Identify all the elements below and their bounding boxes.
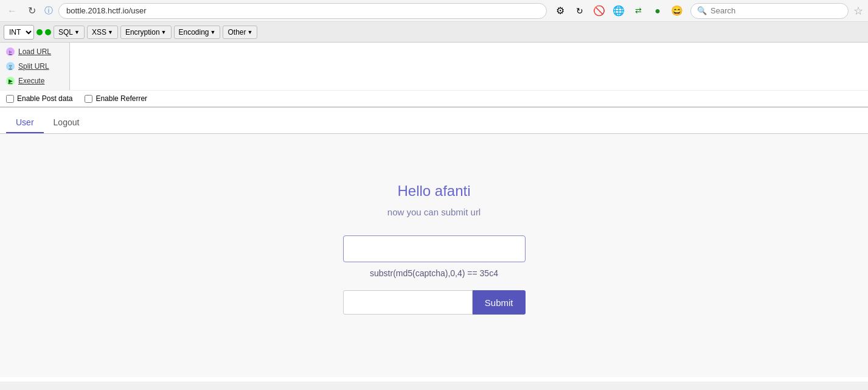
encryption-label: Encryption xyxy=(125,28,160,37)
page-content: User Logout Hello afanti now you can sub… xyxy=(0,108,868,381)
split-url-icon: ▿ xyxy=(6,62,15,71)
tab-logout[interactable]: Logout xyxy=(44,113,89,133)
tab-user[interactable]: User xyxy=(6,113,44,133)
info-icon: ⓘ xyxy=(44,6,54,16)
other-label: Other xyxy=(227,28,246,37)
hackbar-options: Enable Post data Enable Referrer xyxy=(0,90,868,106)
gear-icon[interactable]: ⚙ xyxy=(552,2,569,19)
execute-icon: ▶ xyxy=(6,77,15,85)
url-bar[interactable] xyxy=(58,3,547,19)
transfer-icon[interactable]: ⇄ xyxy=(630,2,647,19)
encoding-menu-button[interactable]: Encoding▼ xyxy=(174,26,221,39)
enable-post-checkbox[interactable] xyxy=(6,95,14,103)
search-icon: 🔍 xyxy=(697,6,707,15)
hackbar-textarea[interactable] xyxy=(70,43,868,90)
load-url-button[interactable]: ▹ Load URL xyxy=(0,45,69,58)
browser-toolbar-icons: ⚙ ↻ 🚫 🌐 ⇄ ● 😄 xyxy=(552,2,686,19)
enable-post-label[interactable]: Enable Post data xyxy=(6,94,72,103)
url-input-field[interactable] xyxy=(343,235,526,262)
xss-menu-button[interactable]: XSS▼ xyxy=(87,26,118,39)
block-icon[interactable]: 🚫 xyxy=(591,2,608,19)
captcha-text: substr(md5(captcha),0,4) == 35c4 xyxy=(370,268,498,278)
sql-label: SQL xyxy=(58,28,73,37)
enable-referrer-checkbox[interactable] xyxy=(85,95,92,103)
search-bar-container: 🔍 xyxy=(690,3,849,19)
user-icon[interactable]: 😄 xyxy=(668,2,686,19)
title-bar: ← ↻ ⓘ ⚙ ↻ 🚫 🌐 ⇄ ● 😄 🔍 ☆ xyxy=(0,0,868,22)
sql-menu-button[interactable]: SQL▼ xyxy=(54,26,85,39)
search-input[interactable] xyxy=(710,6,832,15)
captcha-input-field[interactable] xyxy=(343,290,473,315)
other-menu-button[interactable]: Other▼ xyxy=(223,26,257,39)
green-dot-2 xyxy=(45,29,51,35)
hackbar-input-row: ▹ Load URL ▿ Split URL ▶ Execute xyxy=(0,43,868,90)
browser-chrome: ← ↻ ⓘ ⚙ ↻ 🚫 🌐 ⇄ ● 😄 🔍 ☆ INT xyxy=(0,0,868,108)
green-dot-1 xyxy=(36,29,43,35)
enable-referrer-label[interactable]: Enable Referrer xyxy=(85,94,147,103)
submit-button[interactable]: Submit xyxy=(473,290,526,315)
main-body: Hello afanti now you can submit url subs… xyxy=(0,134,868,377)
subtitle-text: now you can submit url xyxy=(387,207,481,217)
load-url-icon: ▹ xyxy=(6,47,15,56)
extension-toolbar: INT SQL▼ XSS▼ Encryption▼ Encoding▼ Othe… xyxy=(0,22,868,43)
split-url-button[interactable]: ▿ Split URL xyxy=(0,60,69,73)
nav-tabs: User Logout xyxy=(0,108,868,134)
refresh-icon[interactable]: ↻ xyxy=(571,2,588,19)
int-select[interactable]: INT xyxy=(4,25,34,40)
encryption-menu-button[interactable]: Encryption▼ xyxy=(120,26,172,39)
reload-button[interactable]: ↻ xyxy=(24,4,39,18)
hackbar-area: ▹ Load URL ▿ Split URL ▶ Execute Enable … xyxy=(0,43,868,107)
hackbar-left-panel: ▹ Load URL ▿ Split URL ▶ Execute xyxy=(0,43,70,90)
xss-label: XSS xyxy=(92,28,106,37)
execute-button[interactable]: ▶ Execute xyxy=(0,74,69,88)
status-green-icon[interactable]: ● xyxy=(649,2,666,19)
back-button[interactable]: ← xyxy=(5,4,19,18)
greeting-text: Hello afanti xyxy=(397,183,470,200)
bookmark-star-icon[interactable]: ☆ xyxy=(853,4,863,18)
submit-row: Submit xyxy=(343,290,526,315)
encoding-label: Encoding xyxy=(179,28,209,37)
globe-icon[interactable]: 🌐 xyxy=(610,2,627,19)
